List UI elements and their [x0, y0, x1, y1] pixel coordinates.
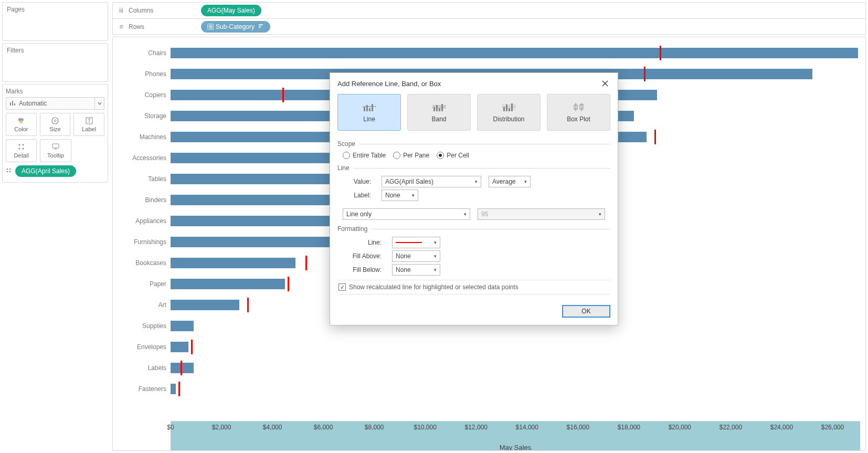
- fill-below-select[interactable]: None▾: [392, 264, 440, 276]
- svg-rect-31: [441, 104, 443, 111]
- value-field-select[interactable]: AGG(April Sales)▾: [382, 176, 481, 187]
- filters-label: Filters: [7, 47, 103, 54]
- reference-line: [305, 256, 307, 270]
- tooltip-button[interactable]: Tooltip: [40, 139, 71, 162]
- scope-per-pane-radio[interactable]: Per Pane: [393, 152, 429, 159]
- recalc-checkbox[interactable]: ✓: [338, 283, 346, 291]
- bar[interactable]: [171, 300, 239, 310]
- bar[interactable]: [171, 279, 285, 289]
- chevron-down-icon: ▾: [524, 179, 527, 184]
- x-tick: $14,000: [516, 424, 538, 431]
- label-select[interactable]: None▾: [382, 189, 418, 201]
- marks-label: Marks: [6, 88, 104, 95]
- bar-row: [171, 378, 860, 399]
- bar-row: [171, 336, 860, 357]
- svg-rect-19: [259, 24, 263, 25]
- x-axis[interactable]: $0$2,000$4,000$6,000$8,000$10,000$12,000…: [171, 421, 860, 450]
- formatting-group-label: Formatting: [337, 225, 610, 233]
- size-button[interactable]: Size: [40, 113, 71, 136]
- marks-type-select[interactable]: Automatic: [6, 97, 104, 110]
- svg-point-12: [18, 148, 20, 150]
- refband-icon: [432, 102, 446, 112]
- ok-button[interactable]: OK: [562, 305, 610, 318]
- pages-shelf[interactable]: Pages: [2, 2, 108, 41]
- chevron-down-icon: ▾: [412, 193, 415, 198]
- svg-point-13: [22, 148, 24, 150]
- svg-rect-25: [372, 104, 373, 111]
- detail-button[interactable]: Detail: [6, 139, 37, 162]
- category-label: Binders: [113, 189, 171, 210]
- detail-icon-small: [6, 167, 12, 175]
- reference-line: [660, 46, 661, 60]
- x-tick: $20,000: [669, 424, 691, 431]
- fill-above-label: Fill Above:: [343, 252, 382, 260]
- svg-point-10: [18, 144, 20, 146]
- tooltip-icon: [51, 143, 60, 151]
- category-label: Copiers: [113, 85, 171, 106]
- rows-pill-subcategory[interactable]: ⊞ Sub-Category: [201, 21, 270, 33]
- svg-rect-30: [439, 108, 440, 111]
- type-distribution-button[interactable]: Distribution: [477, 94, 541, 131]
- bar-row: [171, 357, 860, 378]
- scope-per-cell-radio[interactable]: Per Cell: [437, 152, 469, 159]
- marks-card: Marks Automatic Color Size: [2, 84, 108, 183]
- svg-point-5: [19, 120, 23, 123]
- pages-label: Pages: [7, 6, 103, 13]
- recalc-label: Show recalculated line for highlighted o…: [349, 283, 518, 291]
- bar[interactable]: [171, 48, 858, 58]
- value-agg-select[interactable]: Average▾: [489, 176, 531, 187]
- detail-pill-april-sales[interactable]: AGG(April Sales): [15, 165, 76, 177]
- color-button[interactable]: Color: [6, 113, 37, 136]
- size-icon: [51, 117, 59, 125]
- confidence-select: 95▾: [478, 208, 605, 220]
- line-only-select[interactable]: Line only▾: [343, 208, 470, 220]
- reference-line: [181, 361, 182, 375]
- type-boxplot-button[interactable]: Box Plot: [547, 94, 610, 131]
- svg-rect-23: [366, 105, 368, 111]
- svg-text:T: T: [88, 118, 91, 124]
- svg-point-17: [7, 171, 8, 172]
- dialog-title: Add Reference Line, Band, or Box: [337, 80, 441, 88]
- boxplot-icon: [572, 102, 586, 112]
- filters-shelf[interactable]: Filters: [2, 43, 108, 82]
- rows-shelf[interactable]: ≡ Rows ⊞ Sub-Category: [113, 18, 865, 34]
- line-style-select[interactable]: ▾: [392, 237, 440, 248]
- type-band-button[interactable]: Band: [407, 94, 471, 131]
- bar[interactable]: [171, 342, 188, 352]
- svg-rect-22: [364, 107, 365, 111]
- svg-rect-20: [259, 26, 261, 27]
- bar[interactable]: [171, 258, 295, 268]
- svg-point-15: [7, 168, 8, 170]
- close-button[interactable]: [600, 78, 610, 89]
- fill-above-select[interactable]: None▾: [392, 250, 440, 262]
- chevron-down-icon: ▾: [434, 267, 437, 272]
- svg-rect-28: [433, 107, 435, 111]
- x-tick: $4,000: [263, 424, 282, 431]
- label-icon: T: [85, 117, 93, 125]
- scope-entire-table-radio[interactable]: Entire Table: [343, 152, 386, 159]
- svg-rect-1: [12, 101, 13, 106]
- category-label: Fasteners: [113, 378, 171, 399]
- category-label: Supplies: [113, 315, 171, 336]
- chevron-down-icon: ▾: [464, 212, 467, 217]
- label-button[interactable]: T Label: [73, 113, 104, 136]
- reference-line: [247, 298, 249, 312]
- category-label: Labels: [113, 357, 171, 378]
- x-tick: $24,000: [770, 424, 793, 431]
- svg-rect-36: [506, 104, 507, 111]
- category-label: Tables: [113, 168, 171, 189]
- columns-shelf[interactable]: iii Columns AGG(May Sales): [113, 3, 865, 18]
- svg-rect-35: [503, 107, 505, 111]
- rows-label: Rows: [129, 23, 201, 30]
- chevron-down-icon: [94, 98, 104, 109]
- columns-pill-may-sales[interactable]: AGG(May Sales): [201, 5, 261, 16]
- refdist-icon: [502, 102, 516, 112]
- type-line-button[interactable]: Line: [337, 94, 401, 131]
- line-group-label: Line: [337, 164, 610, 172]
- category-label: Paper: [113, 273, 171, 294]
- x-tick: $26,000: [821, 424, 844, 431]
- rows-icon: ≡: [117, 23, 125, 30]
- bar[interactable]: [171, 321, 194, 331]
- bar[interactable]: [171, 384, 176, 394]
- category-label: Phones: [113, 64, 171, 85]
